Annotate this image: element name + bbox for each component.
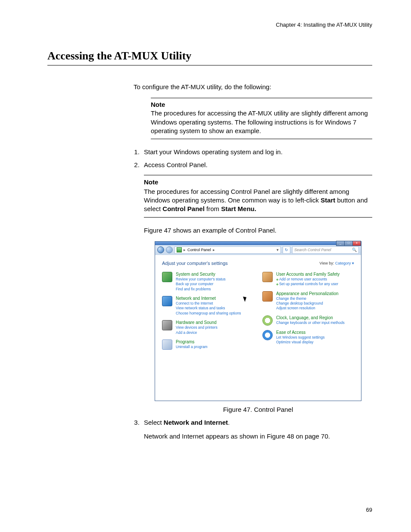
view-by[interactable]: View by: Category ▾	[320, 261, 354, 266]
category-network-internet[interactable]: Network and Internet Connect to the Inte…	[162, 296, 254, 316]
step-1: Start your Windows operating system and …	[141, 148, 372, 156]
section-title: Accessing the AT-MUX Utility	[47, 50, 372, 65]
address-row: ▸ Control Panel ▸ ▾ ↻ Search Control Pan…	[155, 245, 361, 255]
note-box-2: Note The procedures for accessing Contro…	[144, 175, 372, 218]
adjust-settings-heading: Adjust your computer's settings	[162, 260, 228, 267]
appearance-icon	[262, 291, 273, 302]
address-bar[interactable]: ▸ Control Panel ▸ ▾	[174, 246, 281, 254]
forward-button[interactable]	[166, 246, 173, 253]
cursor-icon: Network and Internet	[176, 296, 241, 301]
figure-intro: Figure 47 shows an example of Control Pa…	[144, 226, 372, 235]
step-2-text: Access Control Panel.	[144, 161, 208, 168]
address-dropdown-icon[interactable]: ▾	[277, 247, 279, 252]
maximize-button[interactable]: □	[344, 241, 353, 246]
chapter-header: Chapter 4: Installing the AT-MUX Utility	[47, 22, 372, 28]
category-clock-language[interactable]: Clock, Language, and Region Change keybo…	[262, 315, 354, 326]
steps-list: Start your Windows operating system and …	[134, 148, 372, 441]
page-number: 69	[366, 507, 372, 513]
system-security-icon	[162, 272, 172, 282]
category-ease-of-access[interactable]: Ease of Access Let Windows suggest setti…	[262, 330, 354, 345]
breadcrumb-arrow-icon: ▸	[184, 247, 186, 252]
note-label: Note	[151, 101, 372, 108]
note-label: Note	[144, 178, 372, 187]
category-appearance[interactable]: Appearance and Personalization Change th…	[262, 291, 354, 311]
categories-left-column: System and Security Review your computer…	[162, 272, 254, 355]
intro-paragraph: To configure the AT-MUX utility, do the …	[134, 83, 372, 91]
note-body: The procedures for accessing the AT-MUX …	[151, 109, 372, 135]
refresh-button[interactable]: ↻	[283, 246, 290, 254]
window-titlebar: _ □ x	[155, 242, 361, 245]
programs-icon	[162, 339, 172, 350]
category-hardware-sound[interactable]: Hardware and Sound View devices and prin…	[162, 320, 254, 335]
step-3: Select Network and Internet. Network and…	[141, 418, 372, 441]
category-programs[interactable]: Programs Uninstall a program	[162, 339, 254, 350]
clock-icon	[262, 315, 273, 326]
breadcrumb-arrow-icon: ▸	[213, 247, 215, 252]
user-accounts-icon	[262, 272, 273, 282]
control-panel-icon	[177, 247, 182, 252]
search-input[interactable]: Search Control Panel 🔍	[292, 246, 359, 254]
note-box-1: Note The procedures for accessing the AT…	[151, 98, 372, 139]
back-button[interactable]	[157, 246, 164, 253]
category-system-security[interactable]: System and Security Review your computer…	[162, 272, 254, 292]
hardware-sound-icon	[162, 320, 172, 330]
step-2: Access Control Panel. Note The procedure…	[141, 161, 372, 414]
ease-of-access-icon	[262, 330, 273, 340]
search-placeholder: Search Control Panel	[294, 247, 331, 252]
search-icon[interactable]: 🔍	[352, 247, 357, 252]
close-button[interactable]: x	[352, 241, 361, 246]
note-body: The procedures for accessing Control Pan…	[144, 187, 372, 214]
category-user-accounts[interactable]: User Accounts and Family Safety Add or r…	[262, 272, 354, 287]
categories-right-column: User Accounts and Family Safety Add or r…	[262, 272, 354, 355]
minimize-button[interactable]: _	[336, 241, 345, 246]
figure-caption: Figure 47. Control Panel	[144, 405, 372, 414]
breadcrumb-text[interactable]: Control Panel	[187, 247, 211, 252]
network-internet-icon	[162, 296, 172, 306]
step-3-result: Network and Internet appears as shown in…	[144, 432, 372, 441]
control-panel-window: _ □ x ▸ Control Panel	[155, 241, 361, 401]
